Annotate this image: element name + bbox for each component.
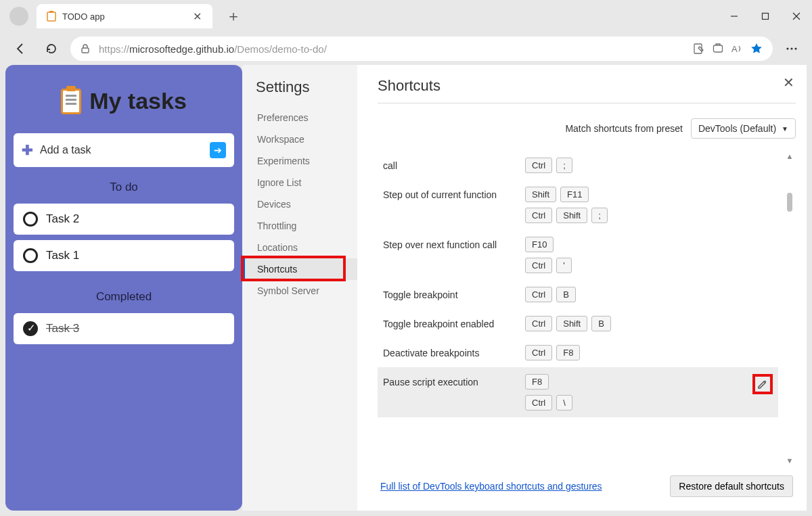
shortcut-row: Toggle breakpointCtrlB	[378, 280, 778, 309]
edit-page-icon[interactable]	[693, 43, 705, 55]
section-completed-label: Completed	[14, 283, 234, 306]
key-badge: F8	[556, 345, 580, 360]
url-text: https://microsoftedge.github.io/Demos/de…	[99, 43, 327, 55]
address-bar[interactable]: https://microsoftedge.github.io/Demos/de…	[70, 37, 773, 61]
key-badge: B	[556, 287, 576, 302]
scrollbar[interactable]: ▲ ▼	[784, 151, 796, 466]
add-task-input[interactable]: ✚ Add a task ➔	[14, 133, 234, 167]
tab-title: TODO app	[62, 11, 189, 22]
key-badge: F10	[525, 237, 554, 252]
window-maximize-button[interactable]	[750, 3, 781, 30]
task-checkbox[interactable]	[23, 212, 38, 227]
shortcut-row: Toggle breakpoint enabledCtrlShiftB	[378, 309, 778, 338]
key-badge: ;	[556, 158, 572, 173]
task-item[interactable]: Task 3	[14, 313, 234, 344]
task-item[interactable]: Task 2	[14, 204, 234, 235]
settings-sidebar: Settings PreferencesWorkspaceExperiments…	[242, 65, 357, 511]
settings-item-devices[interactable]: Devices	[256, 193, 357, 215]
svg-rect-7	[694, 44, 702, 53]
shortcut-row: Step over next function callF10Ctrl'	[378, 230, 778, 280]
svg-rect-1	[49, 11, 53, 13]
shortcut-name: Pause script execution	[383, 374, 512, 388]
preset-value: DevTools (Default)	[698, 123, 776, 134]
key-badge: Shift	[525, 187, 556, 202]
window-close-button[interactable]	[781, 3, 812, 30]
browser-menu-button[interactable]	[780, 37, 804, 61]
key-badge: \	[556, 395, 572, 411]
restore-defaults-button[interactable]: Restore default shortcuts	[670, 475, 793, 497]
key-badge: F11	[560, 187, 589, 202]
settings-item-locations[interactable]: Locations	[256, 237, 357, 258]
new-tab-button[interactable]: ＋	[221, 3, 246, 29]
preset-label: Match shortcuts from preset	[565, 123, 683, 134]
scroll-down-icon[interactable]: ▼	[786, 455, 794, 466]
settings-item-throttling[interactable]: Throttling	[256, 215, 357, 237]
shortcut-name: Step over next function call	[383, 237, 512, 250]
todo-app: My tasks ✚ Add a task ➔ To do Task 2Task…	[5, 65, 242, 511]
key-badge: B	[591, 316, 611, 331]
tab-favicon-icon	[46, 11, 57, 22]
key-badge: Ctrl	[525, 208, 552, 223]
close-settings-button[interactable]: ✕	[783, 74, 794, 91]
scroll-up-icon[interactable]: ▲	[786, 151, 794, 162]
section-todo-label: To do	[14, 174, 234, 197]
settings-item-experiments[interactable]: Experiments	[256, 150, 357, 172]
plus-icon: ✚	[22, 142, 33, 158]
submit-task-button[interactable]: ➔	[210, 142, 226, 158]
shortcut-row: Pause script executionF8Ctrl\	[378, 367, 778, 417]
edit-shortcut-button[interactable]	[752, 374, 773, 394]
shortcut-name: Toggle breakpoint enabled	[383, 316, 512, 329]
refresh-button[interactable]	[39, 37, 64, 61]
back-button[interactable]	[8, 37, 32, 61]
settings-item-symbol-server[interactable]: Symbol Server	[256, 280, 357, 302]
task-text: Task 1	[46, 249, 79, 262]
settings-item-preferences[interactable]: Preferences	[256, 107, 357, 128]
app-install-icon[interactable]	[712, 43, 724, 55]
read-aloud-icon[interactable]: A	[731, 43, 743, 55]
shortcuts-panel: ✕ Shortcuts Match shortcuts from preset …	[357, 65, 807, 511]
window-minimize-button[interactable]	[719, 3, 750, 30]
shortcut-row: Step out of current functionShiftF11Ctrl…	[378, 180, 778, 230]
task-checkbox[interactable]	[23, 248, 38, 263]
full-list-link[interactable]: Full list of DevTools keyboard shortcuts…	[380, 481, 602, 492]
todo-title: My tasks	[89, 88, 187, 114]
task-text: Task 2	[46, 212, 79, 226]
lock-icon	[80, 43, 91, 54]
settings-heading: Settings	[256, 78, 357, 96]
clipboard-icon	[61, 89, 81, 114]
settings-item-workspace[interactable]: Workspace	[256, 128, 357, 150]
browser-toolbar: https://microsoftedge.github.io/Demos/de…	[0, 32, 812, 65]
preset-select[interactable]: DevTools (Default) ▼	[691, 118, 796, 139]
key-badge: Ctrl	[525, 316, 552, 331]
tab-close-button[interactable]: ✕	[189, 10, 206, 23]
key-badge: Ctrl	[525, 258, 552, 273]
favorite-star-icon[interactable]	[750, 42, 763, 55]
settings-item-ignore-list[interactable]: Ignore List	[256, 172, 357, 193]
settings-item-shortcuts[interactable]: Shortcuts	[242, 258, 357, 280]
shortcut-name: Step out of current function	[383, 187, 512, 200]
svg-text:A: A	[731, 44, 738, 54]
profile-avatar[interactable]	[9, 7, 28, 26]
shortcut-row: callCtrl;	[378, 151, 778, 180]
panel-title: Shortcuts	[378, 77, 796, 103]
svg-point-12	[794, 47, 796, 49]
svg-point-10	[786, 47, 788, 49]
task-item[interactable]: Task 1	[14, 240, 234, 271]
shortcut-name: Deactivate breakpoints	[383, 345, 512, 358]
browser-tab[interactable]: TODO app ✕	[37, 4, 212, 28]
scroll-thumb[interactable]	[787, 193, 792, 212]
key-badge: Ctrl	[525, 345, 552, 360]
svg-rect-0	[47, 12, 55, 21]
chevron-down-icon: ▼	[782, 125, 788, 133]
svg-rect-8	[714, 45, 723, 52]
key-badge: Shift	[556, 316, 587, 331]
task-checkbox[interactable]	[23, 321, 38, 336]
key-badge: Ctrl	[525, 395, 552, 411]
svg-point-11	[790, 47, 792, 49]
svg-rect-6	[82, 48, 89, 53]
devtools-settings: Settings PreferencesWorkspaceExperiments…	[242, 65, 807, 511]
shortcut-name: Toggle breakpoint	[383, 287, 512, 300]
shortcut-name: call	[383, 158, 512, 171]
add-task-placeholder: Add a task	[40, 144, 203, 156]
task-text: Task 3	[46, 322, 79, 335]
